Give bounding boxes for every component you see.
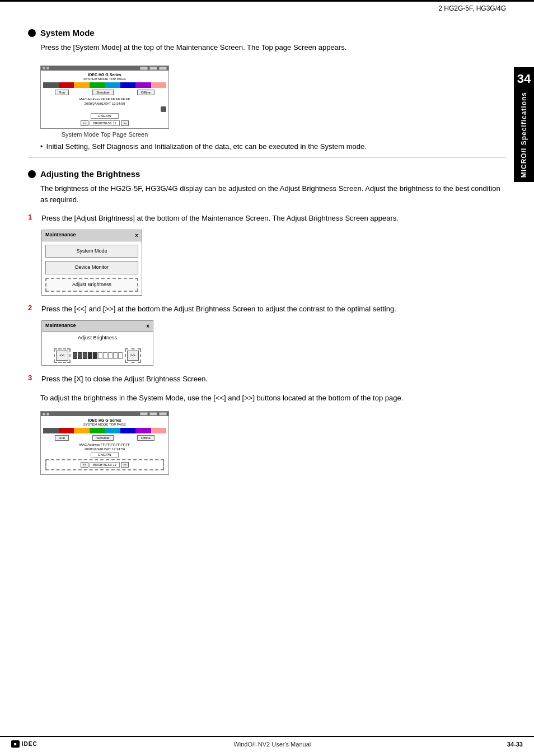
adjust-brightness-description: The brightness of the HG2G-5F, HG3G/4G d… (40, 183, 506, 205)
sysmode-buttons-row: Run Simulate Offline (43, 90, 166, 95)
adjust-brightness-title: Adjusting the Brightness (40, 169, 140, 179)
step-3-number: 3 (28, 374, 38, 382)
footer-manual-title: WindO/I-NV2 User's Manual (233, 741, 311, 748)
adjust-brightness-section-header: Adjusting the Brightness (28, 169, 506, 179)
large-sysmode-offline-btn[interactable]: Offline (137, 435, 154, 441)
section-divider-1 (28, 157, 506, 158)
system-mode-bullet-item: • Initial Setting, Self Diagnosis and In… (40, 141, 506, 152)
adj-subtitle: Adjust Brightness (42, 332, 153, 344)
maintenance-dialog-1: Maintenance × System Mode Device Monitor… (41, 230, 506, 296)
bar-seg-5 (93, 352, 97, 359)
large-system-mode-screenshot: IDEC HG G Series SYSTEM MODE TOP PAGE Ru… (40, 411, 169, 475)
sysmode-page-label: SYSTEM MODE TOP PAGE (43, 77, 166, 81)
main-content: System Mode Press the [System Mode] at t… (28, 11, 506, 478)
maint-title-1: Maintenance (45, 231, 76, 239)
adj-title: Maintenance (45, 322, 76, 330)
large-sysmode-screen: IDEC HG G Series SYSTEM MODE TOP PAGE Ru… (40, 411, 169, 475)
bar-seg-4 (88, 352, 92, 359)
header-title: 2 HG2G-5F, HG3G/4G (438, 4, 506, 12)
adj-titlebar: Maintenance × (42, 321, 153, 332)
system-mode-screen: IDEC HG G Series SYSTEM MODE TOP PAGE Ru… (40, 66, 169, 129)
large-sysmode-decrease-btn[interactable]: << (81, 462, 88, 468)
sysmode-offline-btn[interactable]: Offline (137, 90, 154, 95)
large-sysmode-increase-btn[interactable]: >> (121, 462, 129, 468)
large-sysmode-titlebar (41, 412, 168, 416)
sysmode-simulate-btn[interactable]: Simulate (92, 90, 113, 95)
footer-page-number: 34-33 (507, 741, 523, 748)
maint-close-1[interactable]: × (135, 231, 138, 240)
sysmode-titlebar (41, 66, 168, 71)
bar-seg-10 (118, 352, 123, 359)
top-border (0, 0, 534, 2)
right-tab: 34 MICRO/I Specifications (514, 67, 534, 182)
adj-decrease-btn[interactable]: << (56, 351, 68, 361)
sysmode-mac: MAC Address FF:FF:FF:FF:FF:FF (43, 97, 166, 101)
system-mode-bullet (28, 29, 36, 37)
adj-bar (73, 352, 123, 359)
footer-logo-area: ■ IDEC (11, 740, 38, 748)
sysmode-datetime: 2008/JAN/01/SAT 12:34:56 (43, 102, 166, 105)
sysmode-engpn[interactable]: ENG/PN (91, 113, 119, 119)
adjust-brightness-bullet (28, 170, 36, 178)
adj-dialog-container: Maintenance × Adjust Brightness << (41, 320, 153, 366)
large-sysmode-simulate-btn[interactable]: Simulate (92, 435, 113, 441)
adj-left-dotted: << (54, 348, 70, 363)
large-sysmode-brightness-section: << BRIGHTNESS: 11 >> (45, 459, 164, 470)
step-note: To adjust the brightness in the System M… (40, 393, 506, 404)
chapter-title: MICRO/I Specifications (520, 92, 528, 178)
bar-seg-3 (83, 352, 87, 359)
step-3: 3 Press the [X] to close the Adjust Brig… (28, 374, 506, 385)
bar-seg-7 (103, 352, 107, 359)
large-sysmode-page-label: SYSTEM MODE TOP PAGE (43, 423, 166, 426)
bar-seg-9 (113, 352, 118, 359)
step-2-number: 2 (28, 304, 38, 312)
chapter-number: 34 (517, 72, 531, 86)
system-mode-title: System Mode (40, 28, 95, 38)
sysmode-brightness-row: << BRIGHTNESS: 11 >> (43, 120, 166, 126)
large-sysmode-run-btn[interactable]: Run (55, 435, 69, 441)
adj-right-dotted: >> (125, 348, 141, 363)
step-3-text: Press the [X] to close the Adjust Bright… (41, 374, 506, 385)
system-mode-section-header: System Mode (28, 28, 506, 38)
maint-dialog-container-1: Maintenance × System Mode Device Monitor… (41, 230, 142, 296)
bar-seg-1 (73, 352, 77, 359)
maint-device-monitor-1[interactable]: Device Monitor (45, 261, 138, 274)
maint-system-mode-1[interactable]: System Mode (45, 245, 138, 258)
large-sysmode-mac: MAC Address FF:FF:FF:FF:FF:FF (43, 443, 166, 446)
large-sysmode-datetime: 2008/JAN/01/SAT 12:34:56 (43, 447, 166, 451)
sysmode-colorbar (43, 82, 166, 88)
bar-seg-6 (98, 352, 102, 359)
bar-seg-8 (108, 352, 113, 359)
sysmode-run-btn[interactable]: Run (55, 90, 69, 95)
large-titlebar-dot2 (46, 413, 49, 416)
step-2-text: Press the [<<] and [>>] at the bottom th… (41, 304, 506, 366)
maint-adjust-brightness-1[interactable]: Adjust Brightness (45, 278, 138, 292)
footer-logo-text: IDEC (22, 741, 38, 747)
adj-controls-row: << (42, 346, 153, 365)
large-sysmode-colorbar (43, 428, 166, 433)
sysmode-increase-btn[interactable]: >> (121, 120, 129, 126)
sysmode-brightness-label: BRIGHTNESS: 11 (90, 120, 120, 126)
footer: ■ IDEC WindO/I-NV2 User's Manual 34-33 (0, 736, 534, 748)
large-sysmode-engpn[interactable]: ENG/PN (91, 452, 119, 458)
step-2: 2 Press the [<<] and [>>] at the bottom … (28, 304, 506, 366)
step-1: 1 Press the [Adjust Brightness] at the b… (28, 213, 506, 296)
large-brightness-row: << BRIGHTNESS: 11 >> (81, 462, 129, 468)
large-sysmode-series: IDEC HG G Series (43, 418, 166, 422)
large-sysmode-buttons-row: Run Simulate Offline (43, 435, 166, 441)
adj-close[interactable]: × (146, 322, 149, 330)
system-mode-screenshot: IDEC HG G Series SYSTEM MODE TOP PAGE Ru… (40, 66, 169, 138)
sysmode-decrease-btn[interactable]: << (81, 120, 88, 126)
titlebar-dot1 (43, 67, 45, 69)
bar-seg-2 (78, 352, 82, 359)
large-titlebar-dot1 (43, 413, 45, 416)
sysmode-icon-row (43, 106, 166, 112)
large-sysmode-inner: IDEC HG G Series SYSTEM MODE TOP PAGE Ru… (41, 416, 168, 474)
step-1-number: 1 (28, 213, 38, 221)
sysmode-series: IDEC HG G Series (43, 73, 166, 77)
system-mode-description: Press the [System Mode] at the top of th… (40, 42, 506, 53)
maint-titlebar-1: Maintenance × (42, 230, 142, 241)
adjust-brightness-dialog: Maintenance × Adjust Brightness << (41, 320, 506, 366)
footer-logo-box: ■ (11, 740, 20, 748)
adj-increase-btn[interactable]: >> (127, 351, 139, 361)
